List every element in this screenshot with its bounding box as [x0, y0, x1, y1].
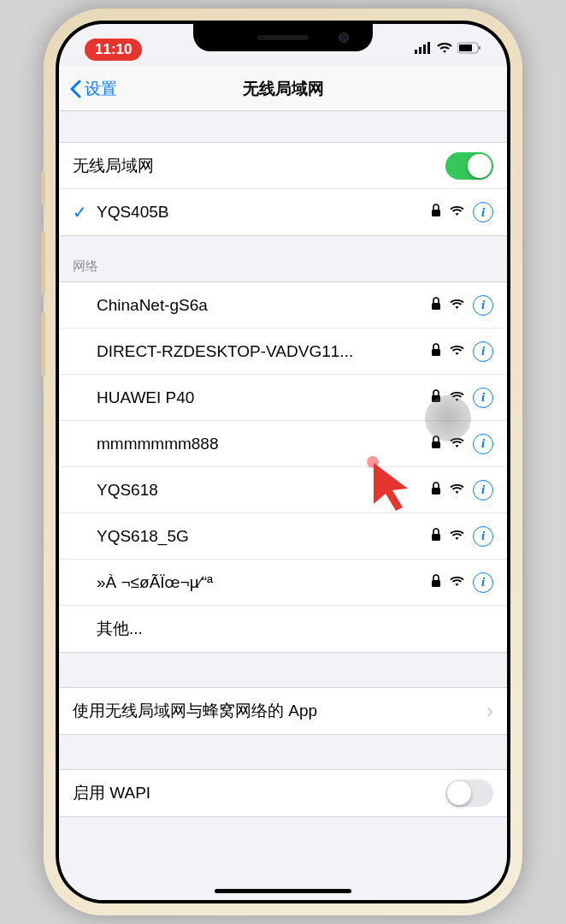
apps-using-wifi-label: 使用无线局域网与蜂窝网络的 App [73, 700, 486, 722]
wifi-signal-icon [450, 204, 464, 220]
networks-section-label: 网络 [59, 236, 507, 281]
network-name: DIRECT-RZDESKTOP-VADVG11... [97, 342, 431, 361]
check-icon: ✓ [73, 202, 97, 222]
svg-rect-6 [479, 46, 481, 50]
info-icon[interactable]: i [473, 295, 493, 316]
lock-icon [431, 389, 441, 406]
lock-icon [431, 482, 441, 499]
info-icon[interactable]: i [473, 480, 493, 500]
network-row[interactable]: mmmmmmm888i [59, 421, 507, 467]
wifi-switch[interactable] [445, 152, 493, 180]
svg-rect-2 [423, 44, 426, 54]
phone-notch [193, 24, 373, 51]
back-label: 设置 [85, 78, 117, 100]
wifi-toggle-label: 无线局域网 [73, 155, 445, 177]
network-row[interactable]: YQS618i [59, 467, 507, 513]
network-row[interactable]: YQS618_5Gi [59, 513, 507, 560]
network-row[interactable]: »À ¬≤øÃÏœ¬µ⁄“ªi [59, 560, 507, 606]
other-network-row[interactable]: 其他... [59, 606, 507, 652]
network-row[interactable]: HUAWEI P40i [59, 375, 507, 421]
info-icon[interactable]: i [473, 572, 493, 593]
network-name: ChinaNet-gS6a [97, 296, 431, 315]
wifi-signal-icon [450, 390, 464, 406]
svg-rect-14 [432, 580, 440, 587]
network-name: »À ¬≤øÃÏœ¬µ⁄“ª [97, 573, 431, 592]
svg-rect-3 [427, 42, 430, 54]
info-icon[interactable]: i [473, 526, 493, 547]
lock-icon [431, 343, 441, 360]
lock-icon [431, 204, 441, 221]
wapi-switch[interactable] [445, 779, 493, 807]
other-network-label: 其他... [97, 618, 493, 640]
svg-rect-10 [432, 395, 440, 402]
lock-icon [431, 435, 441, 453]
content-area: 无线局域网 ✓ YQS405B i [59, 111, 507, 900]
info-icon[interactable]: i [473, 388, 493, 408]
wifi-signal-icon [450, 575, 464, 590]
wifi-signal-icon [450, 483, 464, 498]
svg-rect-1 [419, 47, 422, 54]
svg-rect-11 [432, 441, 440, 448]
info-icon[interactable]: i [473, 202, 493, 222]
info-icon[interactable]: i [473, 434, 493, 454]
lock-icon [431, 297, 441, 314]
lock-icon [431, 528, 441, 545]
connected-network-name: YQS405B [97, 203, 431, 222]
chevron-right-icon: › [486, 699, 493, 723]
wifi-toggle-row[interactable]: 无线局域网 [59, 143, 507, 189]
network-name: YQS618_5G [97, 527, 431, 546]
apps-using-wifi-row[interactable]: 使用无线局域网与蜂窝网络的 App › [59, 688, 507, 734]
network-name: mmmmmmm888 [97, 435, 431, 453]
network-row[interactable]: DIRECT-RZDESKTOP-VADVG11...i [59, 329, 507, 375]
info-icon[interactable]: i [473, 341, 493, 362]
status-time: 11:10 [85, 38, 142, 61]
svg-rect-13 [432, 534, 440, 541]
wifi-icon [437, 42, 452, 57]
svg-rect-5 [459, 44, 472, 51]
svg-rect-0 [415, 50, 417, 54]
svg-rect-7 [432, 210, 440, 216]
battery-icon [457, 42, 481, 57]
wifi-signal-icon [450, 298, 464, 313]
back-button[interactable]: 设置 [69, 78, 117, 100]
network-name: YQS618 [97, 481, 431, 500]
wifi-signal-icon [450, 344, 464, 359]
cellular-icon [415, 42, 432, 57]
wapi-row[interactable]: 启用 WAPI [59, 770, 507, 816]
svg-rect-8 [432, 303, 440, 310]
network-name: HUAWEI P40 [97, 388, 431, 407]
svg-rect-12 [432, 488, 440, 495]
home-indicator[interactable] [215, 889, 351, 893]
wifi-signal-icon [450, 529, 464, 544]
navigation-bar: 设置 无线局域网 [59, 67, 507, 111]
wapi-label: 启用 WAPI [73, 782, 445, 804]
connected-network-row[interactable]: ✓ YQS405B i [59, 189, 507, 235]
page-title: 无线局域网 [243, 78, 324, 100]
lock-icon [431, 574, 441, 591]
network-row[interactable]: ChinaNet-gS6ai [59, 282, 507, 329]
wifi-signal-icon [450, 436, 464, 452]
svg-rect-9 [432, 349, 440, 356]
